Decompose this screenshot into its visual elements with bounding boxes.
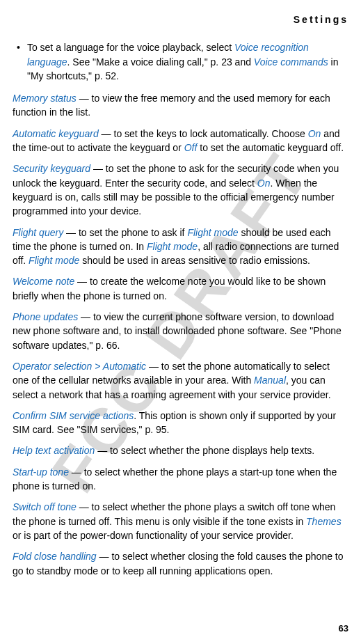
term-voice-commands: Voice commands	[254, 56, 328, 68]
text-fragment: should be used in areas sensitive to rad…	[79, 255, 310, 266]
term-switch-off-tone: Switch off tone	[13, 501, 77, 512]
term-flight-mode: Flight mode	[29, 255, 79, 266]
para-confirm-sim: Confirm SIM service actions. This option…	[13, 409, 348, 437]
text-fragment: . See "Make a voice dialing call," p. 23…	[67, 56, 254, 68]
term-themes: Themes	[306, 516, 342, 527]
term-on: On	[308, 128, 321, 139]
term-off: Off	[184, 142, 198, 153]
para-automatic-keyguard: Automatic keyguard — to set the keys to …	[13, 127, 348, 155]
term-operator-selection: Operator selection	[13, 361, 92, 372]
text-fragment: or is part of the power-down functionali…	[13, 530, 294, 541]
term-memory-status: Memory status	[13, 93, 77, 104]
term-start-up-tone: Start-up tone	[13, 466, 69, 478]
para-start-up-tone: Start-up tone — to select whether the ph…	[13, 465, 348, 494]
para-memory-status: Memory status — to view the free memory …	[13, 91, 348, 120]
text-fragment: to set the automatic keyguard off.	[197, 142, 344, 153]
para-operator-selection: Operator selection > Automatic — to set …	[13, 359, 348, 402]
term-automatic: Automatic	[103, 361, 146, 372]
para-help-text: Help text activation — to select whether…	[13, 443, 348, 457]
para-security-keyguard: Security keyguard — to set the phone to …	[13, 162, 348, 218]
term-help-text-activation: Help text activation	[13, 445, 95, 456]
term-automatic-keyguard: Automatic keyguard	[13, 128, 99, 139]
page-number: 63	[339, 622, 348, 636]
para-switch-off-tone: Switch off tone — to select whether the …	[13, 500, 348, 542]
bullet-text: To set a language for the voice playback…	[27, 40, 348, 83]
term-security-keyguard: Security keyguard	[13, 163, 90, 174]
bullet-voice-language: • To set a language for the voice playba…	[13, 40, 348, 83]
text-fragment: — to select whether the phone displays h…	[95, 445, 314, 456]
bullet-icon: •	[17, 40, 20, 83]
term-manual: Manual	[254, 375, 286, 386]
text-fragment: — to set the keys to lock automatically.…	[99, 128, 308, 139]
term-greater-than: >	[92, 361, 102, 372]
page-header-title: Settings	[13, 13, 348, 26]
term-flight-mode: Flight mode	[147, 241, 198, 252]
term-confirm-sim: Confirm SIM service actions	[13, 410, 134, 421]
term-on: On	[257, 178, 271, 189]
term-phone-updates: Phone updates	[13, 311, 78, 322]
page-content: Settings • To set a language for the voi…	[13, 13, 348, 578]
para-welcome-note: Welcome note — to create the welcome not…	[13, 274, 348, 303]
term-flight-mode: Flight mode	[187, 227, 238, 238]
term-fold-close-handling: Fold close handling	[13, 551, 97, 562]
text-fragment: — to set the phone to ask if	[63, 227, 187, 238]
text-fragment: To set a language for the voice playback…	[27, 42, 234, 53]
para-flight-query: Flight query — to set the phone to ask i…	[13, 226, 348, 268]
term-welcome-note: Welcome note	[13, 276, 74, 287]
para-phone-updates: Phone updates — to view the current phon…	[13, 310, 348, 352]
term-flight-query: Flight query	[13, 227, 63, 238]
para-fold-close: Fold close handling — to select whether …	[13, 549, 348, 578]
